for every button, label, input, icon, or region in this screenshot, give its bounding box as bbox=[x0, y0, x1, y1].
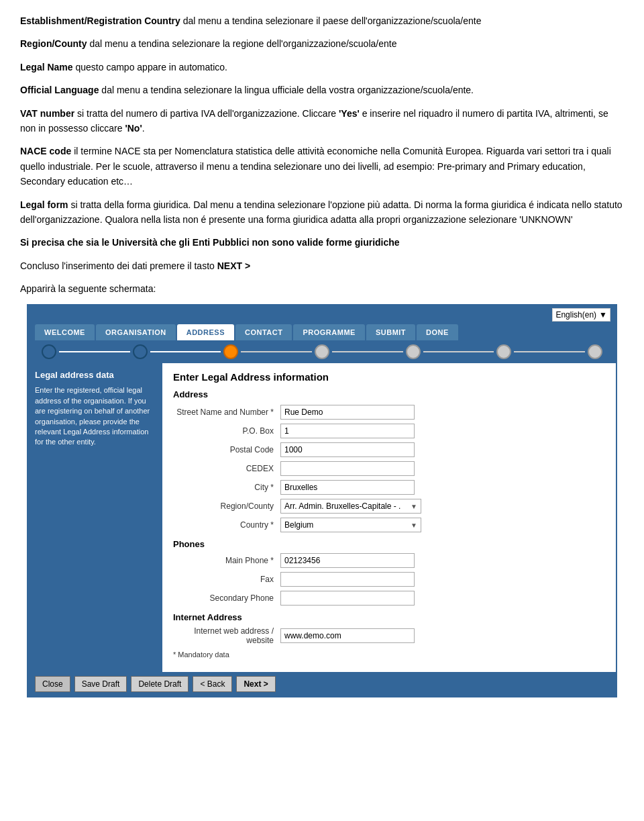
navigation-tabs: WELCOME ORGANISATION ADDRESS CONTACT PRO… bbox=[28, 324, 616, 340]
secondary-phone-row: Secondary Phone bbox=[173, 591, 605, 606]
mainphone-input[interactable] bbox=[280, 553, 415, 568]
postal-label: Postal Code bbox=[173, 445, 280, 454]
sidebar-description: Enter the registered, official legal add… bbox=[35, 385, 156, 447]
document-content: Establishment/Registration Country dal m… bbox=[20, 13, 624, 296]
pobox-label: P.O. Box bbox=[173, 426, 280, 436]
country-value: Belgium bbox=[284, 520, 313, 530]
tab-programme[interactable]: PROGRAMME bbox=[293, 324, 364, 340]
delete-draft-button[interactable]: Delete Draft bbox=[131, 676, 189, 692]
pobox-input[interactable] bbox=[280, 424, 415, 438]
step-2-circle bbox=[133, 344, 148, 359]
sidebar-title: Legal address data bbox=[35, 370, 156, 380]
text-nace-bold: NACE code bbox=[20, 146, 71, 156]
tab-contact[interactable]: CONTACT bbox=[235, 324, 292, 340]
mainphone-label: Main Phone * bbox=[173, 556, 280, 565]
tab-done[interactable]: DONE bbox=[417, 324, 458, 340]
step-4-circle bbox=[315, 344, 329, 359]
step-line-4-5 bbox=[332, 351, 403, 352]
country-arrow-icon: ▼ bbox=[411, 522, 417, 529]
step-indicator-bar bbox=[28, 340, 616, 363]
postal-row: Postal Code bbox=[173, 442, 605, 457]
step-line-3-4 bbox=[241, 351, 312, 352]
bottom-action-bar: Close Save Draft Delete Draft < Back Nex… bbox=[28, 672, 616, 696]
step-line-6-7 bbox=[514, 351, 585, 352]
secondary-phone-label: Secondary Phone bbox=[173, 593, 280, 603]
region-arrow-icon: ▼ bbox=[411, 503, 417, 510]
address-section-title: Address bbox=[173, 389, 605, 399]
internet-section-title: Internet Address bbox=[173, 612, 605, 622]
step-line-5-6 bbox=[423, 351, 494, 352]
text-offlang-bold: Official Language bbox=[20, 85, 99, 95]
application-screenshot: English(en) ▼ WELCOME ORGANISATION ADDRE… bbox=[27, 304, 617, 697]
website-label: Internet web address / website bbox=[173, 626, 280, 645]
back-button[interactable]: < Back bbox=[193, 676, 232, 692]
step-1-circle bbox=[42, 344, 56, 359]
form-title: Enter Legal Address information bbox=[173, 371, 605, 383]
phones-section-title: Phones bbox=[173, 539, 605, 549]
postal-input[interactable] bbox=[280, 442, 415, 457]
text-screen-label: Apparirà la seguente schermata: bbox=[20, 283, 156, 294]
text-region-desc: dal menu a tendina selezionare la region… bbox=[89, 38, 396, 49]
tab-organisation[interactable]: ORGANISATION bbox=[96, 324, 176, 340]
tab-address[interactable]: ADDRESS bbox=[177, 324, 234, 340]
text-region-bold: Region/County bbox=[20, 38, 87, 49]
street-input[interactable] bbox=[280, 405, 415, 420]
main-content-area: Legal address data Enter the registered,… bbox=[28, 363, 616, 672]
text-next-instruction: Concluso l'inserimento dei dati premere … bbox=[20, 260, 250, 271]
text-vat-desc: si tratta del numero di partiva IVA dell… bbox=[20, 108, 608, 134]
text-establishment-bold: Establishment/Registration bbox=[20, 15, 142, 26]
text-vat-bold: VAT number bbox=[20, 108, 74, 119]
tab-submit[interactable]: SUBMIT bbox=[366, 324, 415, 340]
form-area: Enter Legal Address information Address … bbox=[162, 363, 616, 672]
language-arrow-icon: ▼ bbox=[599, 310, 607, 320]
step-line-1-2 bbox=[59, 351, 130, 352]
country-select[interactable]: Belgium ▼ bbox=[280, 518, 421, 532]
fax-row: Fax bbox=[173, 572, 605, 587]
text-legalform-bold: Legal form bbox=[20, 199, 68, 210]
street-label: Street Name and Number * bbox=[173, 407, 280, 417]
save-draft-button[interactable]: Save Draft bbox=[74, 676, 127, 692]
city-label: City * bbox=[173, 483, 280, 492]
country-label: Country * bbox=[173, 520, 280, 530]
fax-input[interactable] bbox=[280, 572, 415, 587]
mandatory-note: * Mandatory data bbox=[173, 650, 605, 659]
text-offlang-desc: dal menu a tendina selezionare la lingua… bbox=[101, 85, 474, 95]
step-3-circle bbox=[223, 344, 238, 359]
step-5-circle bbox=[406, 344, 421, 359]
language-bar: English(en) ▼ bbox=[28, 305, 616, 324]
next-button[interactable]: Next > bbox=[236, 676, 275, 692]
region-row: Region/County Arr. Admin. Bruxelles-Capi… bbox=[173, 499, 605, 514]
region-value: Arr. Admin. Bruxelles-Capitale - . bbox=[284, 501, 400, 511]
text-legalform-desc: si tratta della forma giuridica. Dal men… bbox=[20, 199, 623, 225]
close-button[interactable]: Close bbox=[35, 676, 70, 692]
region-label: Region/County bbox=[173, 501, 280, 511]
step-line-2-3 bbox=[150, 351, 221, 352]
text-establishment-country: Country dal menu a tendina selezionare i… bbox=[144, 15, 481, 26]
text-nace-desc: il termine NACE sta per Nomenclatura sta… bbox=[20, 146, 611, 187]
tab-welcome[interactable]: WELCOME bbox=[35, 324, 95, 340]
step-7-circle bbox=[588, 344, 602, 359]
city-input[interactable] bbox=[280, 480, 415, 495]
region-select[interactable]: Arr. Admin. Bruxelles-Capitale - . ▼ bbox=[280, 499, 421, 514]
fax-label: Fax bbox=[173, 575, 280, 584]
cedex-input[interactable] bbox=[280, 461, 415, 476]
country-row: Country * Belgium ▼ bbox=[173, 518, 605, 532]
cedex-row: CEDEX bbox=[173, 461, 605, 476]
secondary-phone-input[interactable] bbox=[280, 591, 415, 606]
city-row: City * bbox=[173, 480, 605, 495]
language-value: English(en) bbox=[555, 310, 596, 320]
text-legalname-desc: questo campo appare in automatico. bbox=[75, 62, 227, 73]
street-row: Street Name and Number * bbox=[173, 405, 605, 420]
pobox-row: P.O. Box bbox=[173, 424, 605, 438]
mainphone-row: Main Phone * bbox=[173, 553, 605, 568]
website-input[interactable] bbox=[280, 628, 415, 643]
website-row: Internet web address / website bbox=[173, 626, 605, 645]
text-warning-bold: Si precisa che sia le Università che gli… bbox=[20, 237, 400, 248]
text-legalname-bold: Legal Name bbox=[20, 62, 73, 73]
sidebar: Legal address data Enter the registered,… bbox=[28, 363, 162, 672]
language-selector[interactable]: English(en) ▼ bbox=[552, 308, 610, 322]
step-6-circle bbox=[496, 344, 511, 359]
cedex-label: CEDEX bbox=[173, 464, 280, 473]
